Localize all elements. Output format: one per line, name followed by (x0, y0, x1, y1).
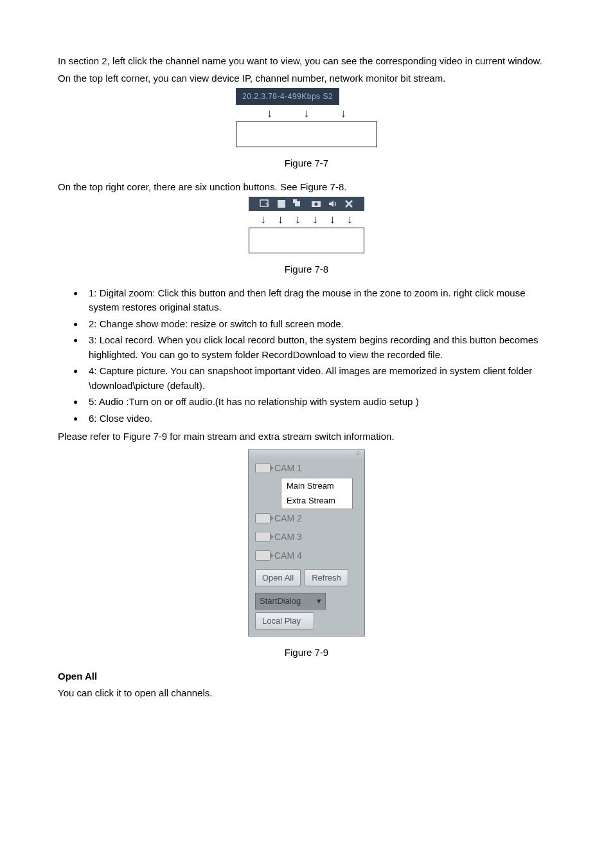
empty-descriptor-box (236, 122, 377, 147)
resize-icon (277, 199, 286, 208)
bullet-item-4: 4: Capture picture. You can snapshoot im… (73, 364, 555, 393)
audio-icon (328, 199, 337, 208)
cam-item-2[interactable]: CAM 2 (249, 509, 364, 528)
cam-label-1: CAM 1 (274, 462, 302, 475)
panel-drag-handle[interactable]: ⠿ (249, 450, 364, 459)
camera-icon (255, 532, 271, 542)
cam-label-3: CAM 3 (274, 530, 302, 544)
arrow-down-icon: ↓ (347, 213, 353, 225)
arrow-down-icon: ↓ (312, 213, 318, 225)
cam-item-1[interactable]: CAM 1 (249, 459, 364, 478)
svg-point-5 (314, 203, 317, 206)
arrow-down-icon: ↓ (304, 107, 310, 119)
cam-item-3[interactable]: CAM 3 (249, 528, 364, 547)
arrow-down-icon: ↓ (330, 213, 335, 225)
local-play-button[interactable]: Local Play (255, 612, 314, 630)
cam-context-menu: Main Stream Extra Stream (281, 478, 353, 509)
arrow-down-icon: ↓ (295, 213, 301, 225)
open-all-button[interactable]: Open All (255, 569, 301, 587)
camera-icon (255, 463, 271, 473)
camera-icon (255, 550, 271, 561)
figure-7-8-caption: Figure 7-8 (58, 262, 555, 277)
paragraph-3: On the top right corer, there are six un… (58, 180, 555, 195)
record-icon (293, 199, 303, 208)
figure-7-7-diagram: 20.2.3.78-4-499Kbps S2 ↓ ↓ ↓ (236, 88, 377, 147)
camera-icon (255, 513, 271, 523)
svg-rect-1 (278, 200, 285, 208)
cam-label-4: CAM 4 (274, 549, 302, 563)
arrow-down-icon: ↓ (341, 107, 346, 119)
empty-descriptor-box-2 (249, 228, 364, 253)
arrow-row-77: ↓ ↓ ↓ (236, 107, 377, 119)
bullet-item-6: 6: Close video. (73, 411, 555, 426)
figure-7-9-caption: Figure 7-9 (58, 646, 555, 660)
icon-bar (249, 197, 364, 211)
ip-banner: 20.2.3.78-4-499Kbps S2 (236, 88, 339, 105)
zoom-icon (260, 199, 270, 208)
cam-item-4[interactable]: CAM 4 (249, 547, 364, 565)
context-extra-stream[interactable]: Extra Stream (281, 493, 352, 509)
bullet-item-5: 5: Audio :Turn on or off audio.(It has n… (73, 395, 555, 410)
arrow-down-icon: ↓ (260, 213, 266, 225)
chevron-down-icon: ▾ (317, 595, 321, 608)
start-dialog-label: StartDialog (260, 595, 301, 608)
context-main-stream[interactable]: Main Stream (281, 478, 352, 494)
paragraph-1: In section 2, left click the channel nam… (58, 54, 555, 69)
paragraph-2: On the top left corner, you can view dev… (58, 71, 555, 86)
camera-panel: ⠿ CAM 1 Main Stream Extra Stream CAM 2 C… (248, 449, 365, 637)
bullet-item-1: 1: Digital zoom: Click this button and t… (73, 286, 555, 315)
figure-7-7-caption: Figure 7-7 (58, 156, 555, 171)
cam-label-2: CAM 2 (274, 512, 302, 525)
refresh-button[interactable]: Refresh (305, 569, 348, 587)
bullet-item-3: 3: Local record. When you click local re… (73, 333, 555, 362)
figure-7-8-diagram: ↓ ↓ ↓ ↓ ↓ ↓ (249, 197, 364, 253)
feature-bullet-list: 1: Digital zoom: Click this button and t… (58, 286, 555, 426)
open-all-desc: You can click it to open all channels. (58, 686, 555, 701)
svg-rect-0 (260, 200, 268, 206)
close-icon (344, 199, 353, 208)
arrow-down-icon: ↓ (278, 213, 283, 225)
paragraph-4: Please refer to Figure 7-9 for main stre… (58, 429, 555, 444)
arrow-row-78: ↓ ↓ ↓ ↓ ↓ ↓ (249, 213, 364, 225)
svg-rect-3 (293, 199, 297, 203)
bullet-item-2: 2: Change show mode: resize or switch to… (73, 317, 555, 332)
start-dialog-dropdown[interactable]: StartDialog ▾ (255, 593, 326, 610)
arrow-down-icon: ↓ (267, 107, 272, 119)
open-all-heading: Open All (58, 669, 555, 684)
capture-icon (311, 199, 321, 208)
